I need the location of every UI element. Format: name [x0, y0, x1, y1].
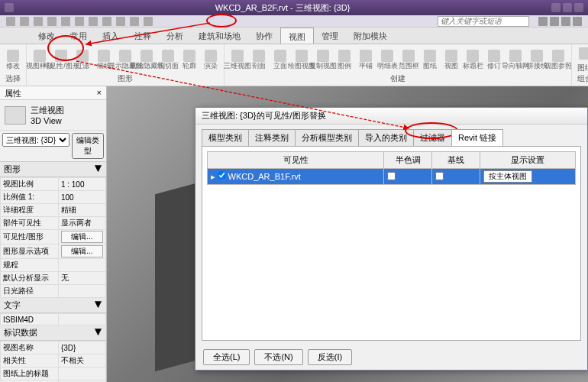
tab-视图[interactable]: 视图	[280, 28, 314, 44]
ribbon-btn-导向轴网[interactable]: 导向轴网	[506, 46, 525, 73]
qat-print-icon[interactable]	[61, 17, 70, 26]
ribbon-btn-剖切面[interactable]: 剖切面	[158, 46, 178, 73]
tab-插入[interactable]: 插入	[95, 28, 127, 44]
props-row[interactable]: 部件可见性显示两者	[1, 217, 106, 230]
qat-misc4-icon[interactable]	[116, 17, 125, 26]
ribbon-btn-平铺[interactable]: 平铺	[356, 46, 376, 73]
props-category[interactable]: 标识数据⯆	[0, 325, 106, 341]
expand-icon[interactable]: ▸	[211, 172, 215, 181]
tab-修改[interactable]: 修改	[31, 28, 63, 44]
ribbon-btn-范围框[interactable]: 范围框	[399, 46, 418, 73]
props-row[interactable]: 日光路径	[1, 285, 106, 298]
minimize-button[interactable]	[551, 3, 561, 12]
props-value[interactable]	[58, 259, 105, 272]
props-row[interactable]: 详细程度精细	[1, 204, 106, 217]
tab-附加模块[interactable]: 附加模块	[346, 28, 395, 44]
star-icon[interactable]	[561, 17, 570, 26]
props-value[interactable]: 精细	[58, 204, 105, 217]
close-button[interactable]	[574, 3, 583, 12]
row-visibility-checkbox[interactable]	[218, 171, 226, 180]
row-underlay-checkbox[interactable]	[435, 172, 444, 180]
props-row[interactable]: 比例值 1:100	[1, 191, 106, 204]
dialog-button[interactable]: 不选(N)	[254, 349, 302, 365]
ribbon-label: 图纸	[423, 63, 437, 70]
qat-open-icon[interactable]	[6, 17, 15, 26]
dialog-tab-3[interactable]: 导入的类别	[358, 129, 414, 146]
ribbon-btn-轮廓[interactable]: 轮廓	[179, 46, 199, 73]
props-category[interactable]: 文字⯆	[0, 298, 106, 313]
properties-close-icon[interactable]: ×	[97, 88, 102, 98]
ribbon-btn-明细表[interactable]: 明细表	[377, 46, 397, 73]
ribbon-btn-演染[interactable]: 演染	[201, 46, 221, 73]
props-row[interactable]: 视图比例1 : 100	[1, 178, 106, 191]
props-row[interactable]: 视图名称{3D}	[1, 342, 106, 354]
tab-常用[interactable]: 常用	[63, 28, 95, 44]
props-row[interactable]: ISBIM4D	[1, 314, 106, 325]
props-row[interactable]: 规程	[1, 259, 106, 272]
maximize-button[interactable]	[563, 3, 572, 12]
window-title: WKCD_AR_B2F.rvt - 三维视图: {3D}	[14, 2, 551, 14]
row-halftone-checkbox[interactable]	[387, 172, 396, 180]
props-value[interactable]: 无	[58, 272, 105, 285]
ribbon-btn-视图参照[interactable]: 视图参照	[548, 46, 568, 73]
dialog-button[interactable]: 反选(I)	[308, 349, 352, 365]
info-icon[interactable]	[550, 17, 559, 26]
tab-协作[interactable]: 协作	[248, 28, 280, 44]
props-value[interactable]: 显示两者	[58, 217, 105, 230]
search-input[interactable]	[438, 16, 529, 27]
dialog-tab-0[interactable]: 模型类别	[202, 129, 249, 146]
qat-misc6-icon[interactable]	[144, 17, 153, 26]
ribbon-btn-过滤[interactable]: 过滤	[73, 46, 92, 73]
qat-save-icon[interactable]	[20, 17, 29, 26]
instance-selector[interactable]: 三维视图: {3D}	[2, 133, 69, 147]
ribbon-btn-三维视图[interactable]: 三维视图	[228, 46, 247, 73]
tab-注释[interactable]: 注释	[127, 28, 159, 44]
qat-misc2-icon[interactable]	[89, 17, 98, 26]
props-row[interactable]: 默认分析显示无	[1, 272, 106, 285]
dialog-tab-4[interactable]: 过滤器	[413, 129, 452, 146]
ribbon-btn-可见性/图形[interactable]: 可见性/图形	[51, 46, 71, 73]
dialog-tab-1[interactable]: 注释类别	[248, 129, 296, 146]
qat-misc5-icon[interactable]	[130, 17, 139, 26]
help-icon[interactable]	[538, 17, 548, 26]
dialog-button[interactable]: 全选(L)	[203, 349, 250, 365]
ribbon-btn-修改[interactable]: 修改	[3, 46, 23, 73]
props-value[interactable]: 不相关	[58, 354, 105, 367]
qat-misc-icon[interactable]	[75, 17, 84, 26]
ribbon-btn-视图[interactable]: 视图	[441, 46, 461, 73]
props-row[interactable]: 相关性不相关	[1, 354, 106, 367]
props-value[interactable]	[58, 314, 105, 325]
props-row[interactable]: 图形显示选项编辑...	[1, 244, 106, 259]
props-value[interactable]	[58, 367, 105, 380]
props-value[interactable]	[58, 285, 105, 298]
props-value[interactable]: 100	[58, 191, 105, 204]
props-value[interactable]: {3D}	[58, 342, 105, 354]
qat-misc3-icon[interactable]	[102, 17, 111, 26]
table-row[interactable]: ▸ WKCD_AR_B1F.rvt 按主体视图	[208, 169, 576, 185]
tab-分析[interactable]: 分析	[159, 28, 191, 44]
ribbon-btn-图例[interactable]: 图例	[334, 46, 354, 73]
ribbon-btn-剖面[interactable]: 剖面	[249, 46, 269, 73]
app-icon[interactable]	[5, 3, 14, 12]
props-value[interactable]: 1 : 100	[58, 178, 105, 191]
ribbon-btn-复制视图[interactable]: 复制视图	[313, 46, 333, 73]
dialog-tab-5[interactable]: Revit 链接	[451, 129, 503, 146]
type-selector[interactable]: 三维视图 3D View	[0, 100, 106, 131]
qat-undo-icon[interactable]	[34, 17, 43, 26]
dialog-tab-2[interactable]: 分析模型类别	[295, 129, 359, 146]
tab-管理[interactable]: 管理	[314, 28, 346, 44]
ribbon-btn-删除隐藏线[interactable]: 删除隐藏线	[137, 46, 157, 73]
props-row[interactable]: 图纸上的标题	[1, 367, 106, 380]
props-category[interactable]: 图形⯆	[0, 162, 106, 177]
tab-建筑和场地[interactable]: 建筑和场地	[191, 28, 248, 44]
ribbon-btn-图纸[interactable]: 图纸	[420, 46, 440, 73]
props-row[interactable]: 可见性/图形编辑...	[1, 230, 106, 244]
edit-type-button[interactable]: 编辑类型	[72, 133, 104, 159]
props-value[interactable]: 编辑...	[58, 230, 105, 244]
props-value[interactable]: 编辑...	[58, 244, 105, 259]
user-icon[interactable]	[573, 17, 582, 26]
row-display-button[interactable]: 按主体视图	[483, 170, 532, 183]
ribbon-btn-[interactable]	[575, 46, 588, 62]
qat-redo-icon[interactable]	[47, 17, 57, 26]
ribbon-btn-标题栏[interactable]: 标题栏	[463, 46, 483, 73]
